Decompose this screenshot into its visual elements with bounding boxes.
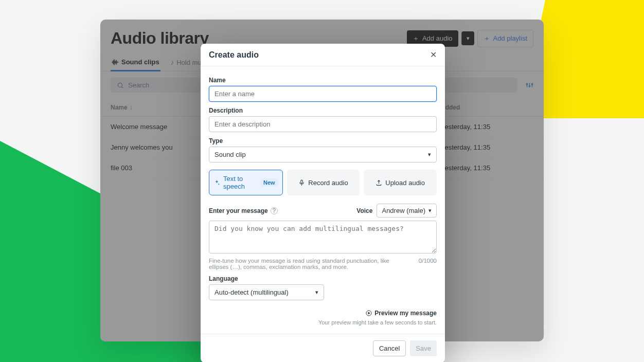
segment-record-audio[interactable]: Record audio <box>287 170 360 195</box>
description-label: Description <box>209 107 437 114</box>
create-audio-modal: Create audio ✕ Name Description Type Sou… <box>201 44 445 362</box>
name-input[interactable] <box>209 86 437 102</box>
preview-label: Preview my message <box>374 310 437 317</box>
message-label: Enter your message <box>209 207 268 214</box>
chevron-down-icon: ▾ <box>315 289 318 296</box>
name-label: Name <box>209 77 437 84</box>
preview-subtext: Your preview might take a few seconds to… <box>209 319 437 325</box>
description-input[interactable] <box>209 116 437 132</box>
chevron-down-icon: ▾ <box>428 207 432 214</box>
voice-select[interactable]: Andrew (male) ▾ <box>377 204 437 218</box>
play-icon <box>366 310 372 316</box>
language-select[interactable]: Auto-detect (multilingual) ▾ <box>209 284 324 300</box>
preview-button[interactable]: Preview my message <box>366 310 437 317</box>
segment-label: Upload audio <box>385 179 425 187</box>
voice-value: Andrew (male) <box>382 207 425 214</box>
segment-label: Text to speech <box>223 175 257 190</box>
save-label: Save <box>416 345 431 352</box>
help-icon[interactable]: ? <box>271 207 278 214</box>
language-label: Language <box>209 275 437 282</box>
cancel-label: Cancel <box>379 345 400 352</box>
microphone-icon <box>298 179 305 186</box>
helper-text: Fine-tune how your message is read using… <box>209 258 408 270</box>
type-label: Type <box>209 137 437 144</box>
svg-rect-7 <box>301 180 302 184</box>
close-icon[interactable]: ✕ <box>430 50 437 60</box>
segment-label: Record audio <box>308 179 348 187</box>
sparkle-icon <box>213 179 220 186</box>
type-select[interactable]: Sound clip ▾ <box>209 147 437 162</box>
type-value: Sound clip <box>214 151 246 158</box>
segment-text-to-speech[interactable]: Text to speech New <box>209 170 283 195</box>
new-badge: New <box>260 178 278 187</box>
cancel-button[interactable]: Cancel <box>373 340 406 356</box>
modal-title: Create audio <box>209 50 259 60</box>
char-count: 0/1000 <box>419 258 437 270</box>
upload-icon <box>375 179 382 186</box>
language-value: Auto-detect (multilingual) <box>214 288 289 296</box>
segment-upload-audio[interactable]: Upload audio <box>364 170 437 195</box>
message-textarea[interactable] <box>209 221 437 254</box>
voice-label: Voice <box>356 207 372 214</box>
chevron-down-icon: ▾ <box>428 151 431 158</box>
save-button[interactable]: Save <box>410 340 437 356</box>
